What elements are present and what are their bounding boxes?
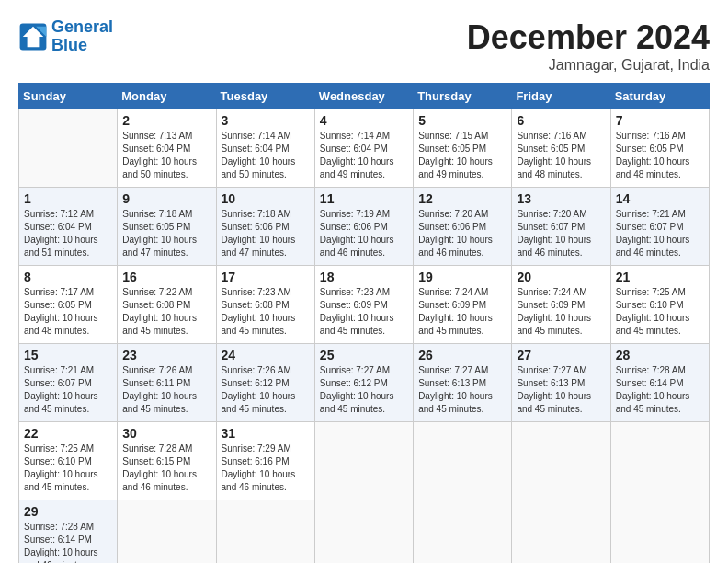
day-number: 31 bbox=[222, 426, 310, 441]
header-wednesday: Wednesday bbox=[314, 84, 413, 109]
header-monday: Monday bbox=[118, 84, 216, 109]
calendar-cell: 1Sunrise: 7:12 AMSunset: 6:04 PMDaylight… bbox=[19, 188, 118, 266]
day-number: 24 bbox=[222, 348, 310, 362]
day-info: Sunrise: 7:22 AMSunset: 6:08 PMDaylight:… bbox=[122, 286, 210, 338]
calendar-cell bbox=[414, 422, 512, 500]
day-info: Sunrise: 7:23 AMSunset: 6:08 PMDaylight:… bbox=[222, 286, 310, 338]
header-saturday: Saturday bbox=[610, 84, 709, 109]
day-number: 9 bbox=[122, 191, 210, 206]
calendar-cell: 26Sunrise: 7:27 AMSunset: 6:13 PMDayligh… bbox=[414, 344, 512, 422]
day-number: 12 bbox=[418, 191, 506, 206]
calendar-week-row: 15Sunrise: 7:21 AMSunset: 6:07 PMDayligh… bbox=[19, 344, 710, 422]
day-info: Sunrise: 7:21 AMSunset: 6:07 PMDaylight:… bbox=[616, 208, 704, 259]
calendar-week-row: 1Sunrise: 7:12 AMSunset: 6:04 PMDaylight… bbox=[19, 188, 710, 266]
calendar-cell: 24Sunrise: 7:26 AMSunset: 6:12 PMDayligh… bbox=[216, 344, 314, 422]
day-info: Sunrise: 7:20 AMSunset: 6:07 PMDaylight:… bbox=[517, 208, 605, 259]
calendar-cell: 22Sunrise: 7:25 AMSunset: 6:10 PMDayligh… bbox=[19, 422, 118, 500]
day-number: 7 bbox=[616, 113, 704, 128]
day-info: Sunrise: 7:18 AMSunset: 6:05 PMDaylight:… bbox=[122, 208, 210, 259]
day-info: Sunrise: 7:16 AMSunset: 6:05 PMDaylight:… bbox=[616, 130, 704, 181]
calendar-table: Sunday Monday Tuesday Wednesday Thursday… bbox=[18, 83, 710, 563]
day-number: 13 bbox=[517, 191, 605, 206]
page-header: General Blue December 2024 Jamnagar, Guj… bbox=[18, 18, 710, 74]
calendar-cell: 25Sunrise: 7:27 AMSunset: 6:12 PMDayligh… bbox=[314, 344, 413, 422]
day-number: 5 bbox=[418, 113, 506, 128]
header-tuesday: Tuesday bbox=[216, 84, 314, 109]
calendar-cell: 3Sunrise: 7:14 AMSunset: 6:04 PMDaylight… bbox=[216, 109, 314, 188]
calendar-week-row: 2Sunrise: 7:13 AMSunset: 6:04 PMDaylight… bbox=[19, 109, 710, 188]
calendar-cell bbox=[512, 422, 610, 500]
day-number: 21 bbox=[616, 270, 704, 284]
location: Jamnagar, Gujarat, India bbox=[467, 57, 710, 74]
day-number: 10 bbox=[222, 191, 310, 206]
day-info: Sunrise: 7:24 AMSunset: 6:09 PMDaylight:… bbox=[418, 286, 506, 338]
day-number: 2 bbox=[122, 113, 210, 128]
header-thursday: Thursday bbox=[414, 84, 512, 109]
calendar-cell: 14Sunrise: 7:21 AMSunset: 6:07 PMDayligh… bbox=[610, 188, 709, 266]
calendar-cell: 6Sunrise: 7:16 AMSunset: 6:05 PMDaylight… bbox=[512, 109, 610, 188]
day-info: Sunrise: 7:27 AMSunset: 6:12 PMDaylight:… bbox=[320, 364, 408, 416]
day-info: Sunrise: 7:28 AMSunset: 6:14 PMDaylight:… bbox=[24, 521, 112, 563]
header-friday: Friday bbox=[512, 84, 610, 109]
calendar-cell: 2Sunrise: 7:13 AMSunset: 6:04 PMDaylight… bbox=[118, 109, 216, 188]
day-number: 23 bbox=[122, 348, 210, 362]
calendar-week-row: 8Sunrise: 7:17 AMSunset: 6:05 PMDaylight… bbox=[19, 266, 710, 344]
day-info: Sunrise: 7:23 AMSunset: 6:09 PMDaylight:… bbox=[320, 286, 408, 338]
day-info: Sunrise: 7:16 AMSunset: 6:05 PMDaylight:… bbox=[517, 130, 605, 181]
day-info: Sunrise: 7:21 AMSunset: 6:07 PMDaylight:… bbox=[24, 364, 112, 416]
calendar-cell: 7Sunrise: 7:16 AMSunset: 6:05 PMDaylight… bbox=[610, 109, 709, 188]
day-number: 26 bbox=[418, 348, 506, 362]
day-number: 25 bbox=[320, 348, 408, 362]
day-number: 29 bbox=[24, 504, 112, 519]
day-info: Sunrise: 7:17 AMSunset: 6:05 PMDaylight:… bbox=[24, 286, 112, 338]
day-info: Sunrise: 7:20 AMSunset: 6:06 PMDaylight:… bbox=[418, 208, 506, 259]
header-sunday: Sunday bbox=[19, 84, 118, 109]
day-info: Sunrise: 7:29 AMSunset: 6:16 PMDaylight:… bbox=[222, 442, 310, 494]
day-info: Sunrise: 7:14 AMSunset: 6:04 PMDaylight:… bbox=[222, 130, 310, 181]
day-info: Sunrise: 7:13 AMSunset: 6:04 PMDaylight:… bbox=[122, 130, 210, 181]
day-info: Sunrise: 7:12 AMSunset: 6:04 PMDaylight:… bbox=[24, 208, 112, 259]
day-number: 6 bbox=[517, 113, 605, 128]
calendar-cell: 16Sunrise: 7:22 AMSunset: 6:08 PMDayligh… bbox=[118, 266, 216, 344]
day-number: 15 bbox=[24, 348, 112, 362]
calendar-cell: 11Sunrise: 7:19 AMSunset: 6:06 PMDayligh… bbox=[314, 188, 413, 266]
calendar-cell: 9Sunrise: 7:18 AMSunset: 6:05 PMDaylight… bbox=[118, 188, 216, 266]
calendar-cell: 4Sunrise: 7:14 AMSunset: 6:04 PMDaylight… bbox=[314, 109, 413, 188]
logo-icon bbox=[18, 22, 48, 52]
day-number: 27 bbox=[517, 348, 605, 362]
day-info: Sunrise: 7:25 AMSunset: 6:10 PMDaylight:… bbox=[616, 286, 704, 338]
calendar-cell bbox=[19, 109, 118, 188]
day-number: 14 bbox=[616, 191, 704, 206]
calendar-cell: 29Sunrise: 7:28 AMSunset: 6:14 PMDayligh… bbox=[19, 500, 118, 564]
calendar-cell: 12Sunrise: 7:20 AMSunset: 6:06 PMDayligh… bbox=[414, 188, 512, 266]
calendar-cell bbox=[216, 500, 314, 564]
day-number: 20 bbox=[517, 270, 605, 284]
calendar-header-row: Sunday Monday Tuesday Wednesday Thursday… bbox=[19, 84, 710, 109]
day-info: Sunrise: 7:14 AMSunset: 6:04 PMDaylight:… bbox=[320, 130, 408, 181]
day-info: Sunrise: 7:19 AMSunset: 6:06 PMDaylight:… bbox=[320, 208, 408, 259]
calendar-cell: 27Sunrise: 7:27 AMSunset: 6:13 PMDayligh… bbox=[512, 344, 610, 422]
day-info: Sunrise: 7:27 AMSunset: 6:13 PMDaylight:… bbox=[517, 364, 605, 416]
day-info: Sunrise: 7:25 AMSunset: 6:10 PMDaylight:… bbox=[24, 442, 112, 494]
day-info: Sunrise: 7:28 AMSunset: 6:15 PMDaylight:… bbox=[122, 442, 210, 494]
day-number: 28 bbox=[616, 348, 704, 362]
calendar-cell: 5Sunrise: 7:15 AMSunset: 6:05 PMDaylight… bbox=[414, 109, 512, 188]
day-info: Sunrise: 7:28 AMSunset: 6:14 PMDaylight:… bbox=[616, 364, 704, 416]
calendar-week-row: 22Sunrise: 7:25 AMSunset: 6:10 PMDayligh… bbox=[19, 422, 710, 500]
calendar-cell: 8Sunrise: 7:17 AMSunset: 6:05 PMDaylight… bbox=[19, 266, 118, 344]
day-number: 1 bbox=[24, 191, 112, 206]
day-number: 17 bbox=[222, 270, 310, 284]
day-info: Sunrise: 7:24 AMSunset: 6:09 PMDaylight:… bbox=[517, 286, 605, 338]
day-info: Sunrise: 7:26 AMSunset: 6:12 PMDaylight:… bbox=[222, 364, 310, 416]
calendar-cell bbox=[314, 500, 413, 564]
calendar-cell: 10Sunrise: 7:18 AMSunset: 6:06 PMDayligh… bbox=[216, 188, 314, 266]
day-info: Sunrise: 7:18 AMSunset: 6:06 PMDaylight:… bbox=[222, 208, 310, 259]
calendar-cell: 23Sunrise: 7:26 AMSunset: 6:11 PMDayligh… bbox=[118, 344, 216, 422]
logo: General Blue bbox=[18, 18, 113, 55]
calendar-cell: 28Sunrise: 7:28 AMSunset: 6:14 PMDayligh… bbox=[610, 344, 709, 422]
calendar-cell: 13Sunrise: 7:20 AMSunset: 6:07 PMDayligh… bbox=[512, 188, 610, 266]
day-number: 30 bbox=[122, 426, 210, 441]
calendar-cell bbox=[118, 500, 216, 564]
day-number: 11 bbox=[320, 191, 408, 206]
calendar-week-row: 29Sunrise: 7:28 AMSunset: 6:14 PMDayligh… bbox=[19, 500, 710, 564]
